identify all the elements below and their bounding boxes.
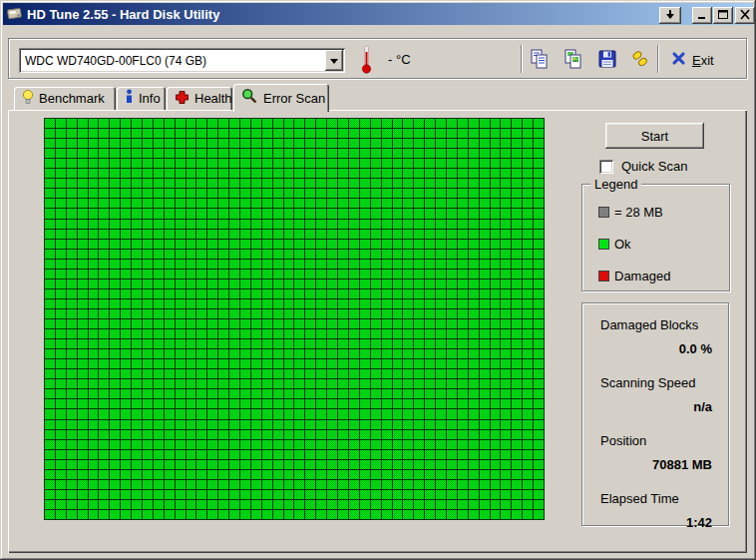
scan-block <box>436 420 446 429</box>
scan-block <box>338 460 348 469</box>
scan-block <box>229 289 239 298</box>
scan-block <box>273 369 283 378</box>
scan-block <box>89 329 99 338</box>
minimize-icon <box>696 8 708 23</box>
scan-block <box>447 199 457 208</box>
options-button[interactable] <box>627 47 653 73</box>
scan-block <box>436 349 446 358</box>
scan-block <box>89 260 99 269</box>
scan-block <box>154 240 164 249</box>
window-arrow-button[interactable] <box>659 7 681 24</box>
scan-block <box>240 270 250 279</box>
tab-benchmark[interactable]: Benchmark <box>14 87 116 110</box>
scan-block <box>523 349 533 358</box>
title-bar[interactable]: HD Tune 2.55 - Hard Disk Utility <box>3 3 753 25</box>
scan-block <box>327 299 337 308</box>
scan-block <box>132 280 142 288</box>
scan-block <box>207 289 217 298</box>
scan-block <box>196 260 206 269</box>
copy-text-button[interactable] <box>527 47 553 73</box>
scan-block <box>316 349 326 358</box>
quick-scan-checkbox[interactable] <box>599 160 613 174</box>
scan-grid <box>44 118 545 520</box>
scan-block <box>240 250 250 259</box>
scan-block <box>414 359 424 368</box>
scan-block <box>132 209 142 218</box>
scan-block <box>458 299 468 308</box>
tab-error-scan[interactable]: Error Scan <box>233 84 329 112</box>
scan-block <box>316 139 326 148</box>
scan-block <box>447 260 457 269</box>
tab-health[interactable]: Health <box>167 87 232 110</box>
scan-block <box>45 179 55 188</box>
scan-block <box>165 129 175 138</box>
scan-block <box>207 490 217 499</box>
scan-block <box>512 470 522 479</box>
scan-block <box>154 399 164 408</box>
scan-block <box>501 470 511 479</box>
scan-block <box>360 399 370 408</box>
scan-block <box>425 179 435 188</box>
scan-block <box>327 329 337 338</box>
scan-block <box>187 289 196 298</box>
scan-block <box>480 240 490 249</box>
scan-block <box>89 240 99 249</box>
scan-block <box>436 440 446 449</box>
scan-block <box>132 369 142 378</box>
scan-block <box>425 309 435 318</box>
scan-block <box>45 319 55 328</box>
scan-block <box>78 329 88 338</box>
scan-block <box>251 409 261 418</box>
scan-block <box>436 240 446 249</box>
scan-block <box>458 309 468 318</box>
scan-block <box>273 339 283 348</box>
scan-block <box>512 379 522 388</box>
scan-block <box>480 189 490 198</box>
exit-button[interactable]: Exit <box>667 47 718 73</box>
scan-block <box>403 280 413 288</box>
scan-block <box>480 379 490 388</box>
scan-block <box>393 319 403 328</box>
scan-block <box>403 329 413 338</box>
scan-block <box>89 289 99 298</box>
scan-block <box>251 169 261 178</box>
scan-block <box>458 319 468 328</box>
scan-block <box>447 220 457 229</box>
drive-selector-dropdown-button[interactable] <box>325 50 343 71</box>
scan-block <box>393 349 403 358</box>
start-button[interactable]: Start <box>605 123 704 149</box>
scan-block <box>67 139 77 148</box>
legend-item-label: Ok <box>614 237 631 252</box>
scan-block <box>534 169 544 178</box>
scan-block <box>196 379 206 388</box>
scan-block <box>196 349 206 358</box>
close-button[interactable] <box>735 7 755 24</box>
scan-block <box>284 480 294 489</box>
scan-block <box>45 329 55 338</box>
scan-block <box>99 169 109 178</box>
scan-block <box>207 309 217 318</box>
scan-block <box>251 480 261 489</box>
save-button[interactable] <box>594 47 620 73</box>
scan-block <box>523 139 533 148</box>
scan-block <box>414 470 424 479</box>
scan-block <box>45 149 55 158</box>
scan-block <box>382 480 392 489</box>
scan-block <box>393 450 403 459</box>
scan-block <box>56 319 66 328</box>
scan-block <box>316 460 326 469</box>
tab-info[interactable]: Info <box>117 87 166 110</box>
scan-block <box>262 500 272 509</box>
scan-block <box>403 379 413 388</box>
minimize-button[interactable] <box>692 7 712 24</box>
maximize-button[interactable] <box>713 7 733 24</box>
scan-block <box>294 420 304 429</box>
scan-block <box>382 399 392 408</box>
scan-block <box>89 430 99 439</box>
scan-block <box>501 149 511 158</box>
drive-selector[interactable]: WDC WD740GD-00FLC0 (74 GB) <box>19 48 345 73</box>
scan-block <box>67 349 77 358</box>
copy-image-button[interactable] <box>561 47 586 73</box>
scan-block <box>512 119 522 128</box>
scan-block <box>305 490 315 499</box>
